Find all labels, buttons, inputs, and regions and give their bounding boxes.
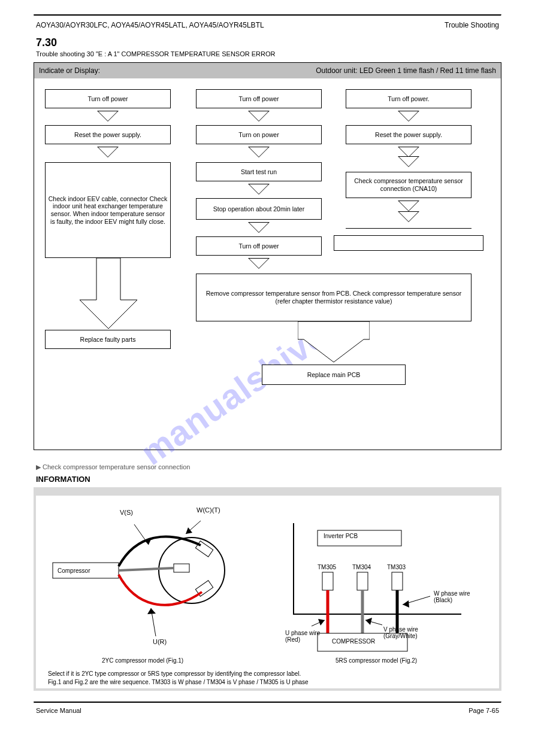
merge-box: Remove compressor temperature sensor fro… [196, 274, 471, 321]
label-compressor-right: COMPRESSOR [332, 638, 375, 645]
svg-marker-24 [318, 619, 325, 626]
final-box: Replace main PCB [262, 365, 406, 385]
c1-step3-text: Check indoor EEV cable, connector Check … [48, 195, 168, 225]
information-panel: V(S) W(C)(T) U(R) Compressor 2YC compres… [34, 487, 501, 691]
arrow-icon [248, 222, 270, 233]
c2-step1-text: Turn off power [238, 95, 279, 103]
info-note1: Select if it is 2YC type compressor or 5… [48, 670, 479, 677]
label-inverter-pcb: Inverter PCB [324, 533, 358, 539]
c2-step1: Turn off power [196, 89, 322, 108]
c2-step4-text: Stop operation about 20min later [213, 205, 304, 213]
merge-text: Remove compressor temperature sensor fro… [199, 290, 468, 305]
fig2-caption: 5RS compressor model (Fig.2) [335, 657, 417, 664]
arrow-icon [398, 111, 419, 122]
label-v-wire: V phase wire (Gray/White) [383, 626, 443, 639]
svg-rect-4 [174, 564, 189, 572]
c1-end: Replace faulty parts [45, 330, 171, 349]
running-head: AOYA30/AOYR30LFC, AOYA45/AOYR45LATL, AOY… [34, 16, 501, 33]
label-wct: W(C)(T) [197, 506, 220, 514]
label-vs: V(S) [120, 509, 133, 516]
final-text: Replace main PCB [307, 371, 361, 379]
flow-header: Indicate or Display: Outdoor unit: LED G… [34, 63, 501, 78]
label-tm305: TM305 [318, 564, 336, 570]
arrow-icon [248, 184, 270, 195]
c3-step1-text: Turn off power. [388, 95, 429, 103]
c2-step4: Stop operation about 20min later [196, 198, 322, 220]
svg-rect-16 [392, 572, 403, 590]
footer: Service Manual Page 7-65 [34, 703, 501, 714]
c1-end-text: Replace faulty parts [80, 336, 136, 344]
c1-step1: Turn off power [45, 89, 171, 108]
c3-step1: Turn off power. [346, 89, 471, 108]
c3-step2-text: Reset the power supply. [375, 131, 442, 139]
c2-step3: Start test run [196, 162, 322, 181]
arrow-icon [248, 258, 270, 269]
footer-right: Page 7-65 [468, 707, 499, 714]
flow-body: Turn off power Reset the power supply. C… [34, 78, 501, 450]
c2-step3-text: Start test run [241, 168, 277, 176]
label-ur: U(R) [153, 638, 167, 645]
c3-branch [334, 235, 483, 251]
arrow-icon [398, 201, 419, 211]
arrow-icon [398, 211, 419, 222]
c1-step3: Check indoor EEV cable, connector Check … [45, 162, 171, 258]
svg-rect-14 [322, 572, 333, 590]
svg-marker-12 [147, 608, 156, 614]
flow-header-right: Outdoor unit: LED Green 1 time flash / R… [316, 66, 496, 75]
label-tm304: TM304 [352, 564, 371, 570]
arrow-icon [398, 156, 419, 167]
c3-step3: Check compressor temperature sensor conn… [346, 172, 471, 198]
flow-header-left: Indicate or Display: [39, 66, 100, 75]
c1-step2: Reset the power supply. [45, 125, 171, 144]
svg-rect-15 [357, 572, 368, 590]
c2-step2-text: Turn on power [238, 131, 279, 139]
note-line: ▶ Check compressor temperature sensor co… [36, 463, 499, 471]
label-w-wire: W phase wire (Black) [434, 590, 488, 603]
c1-step1-text: Turn off power [87, 95, 128, 103]
connector-line [346, 228, 471, 229]
label-tm303: TM303 [387, 564, 406, 570]
c2-step5-text: Turn off power [238, 242, 279, 250]
section-title: Trouble shooting 30 "E : A 1" COMPRESSOR… [36, 50, 499, 57]
info-note2: Fig.1 and Fig.2 are the wire sequence. T… [48, 679, 479, 685]
arrow-icon [97, 111, 119, 122]
c1-step2-text: Reset the power supply. [74, 131, 141, 139]
footer-left: Service Manual [36, 707, 81, 714]
arrow-icon [248, 111, 270, 122]
flowchart: Indicate or Display: Outdoor unit: LED G… [34, 62, 501, 450]
c3-step3-text: Check compressor temperature sensor conn… [349, 177, 468, 192]
c2-step2: Turn on power [196, 125, 322, 144]
arrow-icon [97, 147, 119, 157]
header-series: AOYA30/AOYR30LFC, AOYA45/AOYR45LATL, AOY… [36, 21, 264, 29]
svg-marker-22 [403, 600, 409, 608]
label-compressor: Compressor [58, 567, 90, 574]
svg-marker-10 [186, 527, 192, 534]
svg-point-2 [159, 538, 225, 603]
fig1-caption: 2YC compressor model (Fig.1) [102, 657, 183, 664]
svg-marker-26 [365, 618, 372, 625]
information-title: INFORMATION [36, 475, 499, 484]
svg-marker-0 [80, 258, 137, 329]
section-number: 7.30 [36, 37, 499, 49]
c3-step2: Reset the power supply. [346, 125, 471, 144]
big-arrow-icon [78, 258, 138, 330]
arrow-icon [248, 147, 270, 157]
svg-marker-1 [298, 321, 370, 362]
fig1-compressor-wiring [48, 508, 246, 651]
header-right: Trouble Shooting [445, 21, 499, 29]
big-arrow-icon [298, 321, 370, 363]
label-u-wire: U phase wire (Red) [285, 630, 321, 643]
c2-step5: Turn off power [196, 236, 322, 256]
